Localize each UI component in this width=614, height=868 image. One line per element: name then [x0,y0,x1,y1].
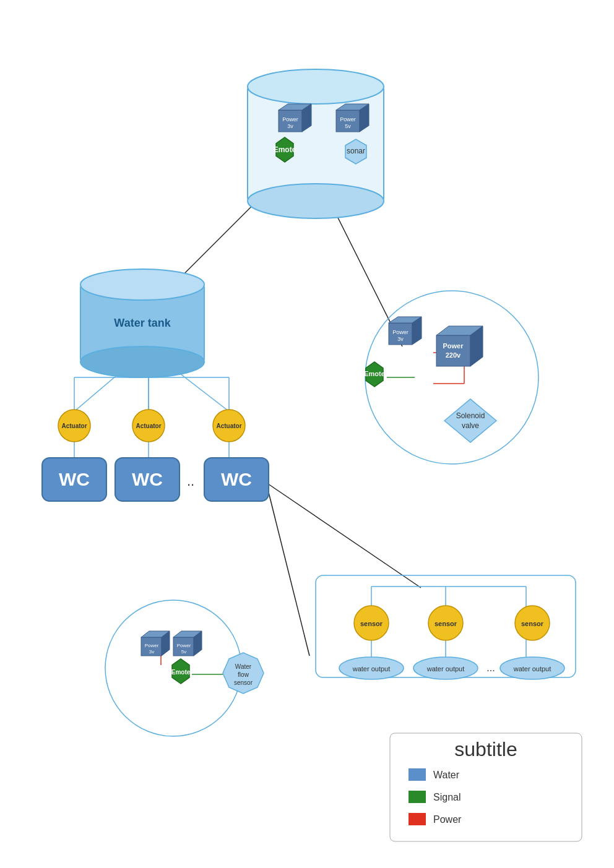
water-output1: water output [339,657,404,679]
wc1-box: WC [42,458,106,501]
water-output2-label: water output [426,665,465,672]
water-output1-label: water output [352,665,391,672]
sensor3: sensor [515,606,550,640]
sensor2-label: sensor [435,620,457,627]
sensor1: sensor [354,606,389,640]
solenoid-valve-label2: valve [462,421,479,430]
emote3-label: Emote [171,669,191,676]
legend-power-label: Power [433,814,462,825]
power5v-bot-label2: 5v [181,649,186,655]
diagram: Power 3v Power 5v Emote sonar Water tank… [0,0,614,868]
power3v-mid-label2: 3v [397,336,404,342]
line-wc3-flow [266,483,309,656]
wc2-label: WC [132,469,163,489]
wc1-label: WC [59,469,90,489]
emote3-hex: Emote [171,659,191,684]
wc2-box: WC [115,458,179,501]
actuator1-label: Actuator [61,423,87,429]
water-flow-sensor: Water flow sensor [223,653,264,694]
power5v-bot-cube: Power 5v [173,631,202,656]
power220v-cube: Power 220v [436,326,483,366]
emote1-label: Emote [274,145,296,154]
top-cylinder-bottom [248,184,384,218]
water-tank-top [80,269,204,300]
legend-signal-swatch [409,791,426,803]
line-wc3-sensors [266,483,421,588]
emote2-label: Emote [364,370,385,377]
solenoid-valve-diamond: Solenoid valve [444,399,496,442]
solenoid-valve-label: Solenoid [456,411,485,420]
power3v-top-cube: Power 3v [279,104,311,132]
power3v-mid-label: Power [392,329,409,335]
sensor1-label: sensor [360,620,383,627]
svg-marker-15 [444,399,496,442]
power220v-label2: 220v [446,351,461,359]
water-tank-label: Water tank [114,317,171,329]
water-output3: water output [500,657,564,679]
water-output3-label: water output [513,665,551,672]
svg-rect-11 [436,335,470,366]
legend-water-label: Water [433,770,460,780]
actuator3-label: Actuator [216,423,241,429]
power3v-top-label2: 3v [287,123,293,129]
water-flow-label: Water [235,663,252,670]
legend-signal-label: Signal [433,792,460,802]
water-flow-label3: sensor [234,679,253,686]
legend-power-swatch [409,813,426,825]
power3v-top-label: Power [282,116,298,122]
wc3-label: WC [221,469,252,489]
power5v-bot-label: Power [177,643,191,648]
output-dots: ... [486,663,495,673]
actuator3: Actuator [213,410,245,442]
power5v-top-label: Power [340,116,356,122]
water-tank-bottom [80,346,204,377]
sensor3-label: sensor [521,620,544,627]
top-cylinder-top [248,69,384,104]
emote2-hex: Emote [364,362,385,387]
sonar-label: sonar [347,147,365,155]
power5v-top-cube: Power 5v [336,104,369,132]
power3v-mid-cube: Power 3v [389,317,422,345]
wc-dots: .. [187,473,194,489]
actuator2-label: Actuator [136,423,161,429]
power3v-bot-label: Power [145,643,159,648]
actuator1: Actuator [58,410,90,442]
sensor2: sensor [428,606,463,640]
power220v-label: Power [443,342,464,350]
wc3-box: WC [204,458,269,501]
actuator2: Actuator [132,410,165,442]
legend-water-swatch [409,768,426,781]
power5v-top-label2: 5v [345,123,351,129]
legend-title: subtitle [454,738,517,760]
water-flow-label2: flow [238,671,249,678]
power3v-bot-cube: Power 3v [141,631,170,656]
water-output2: water output [413,657,478,679]
power3v-bot-label2: 3v [149,649,154,655]
